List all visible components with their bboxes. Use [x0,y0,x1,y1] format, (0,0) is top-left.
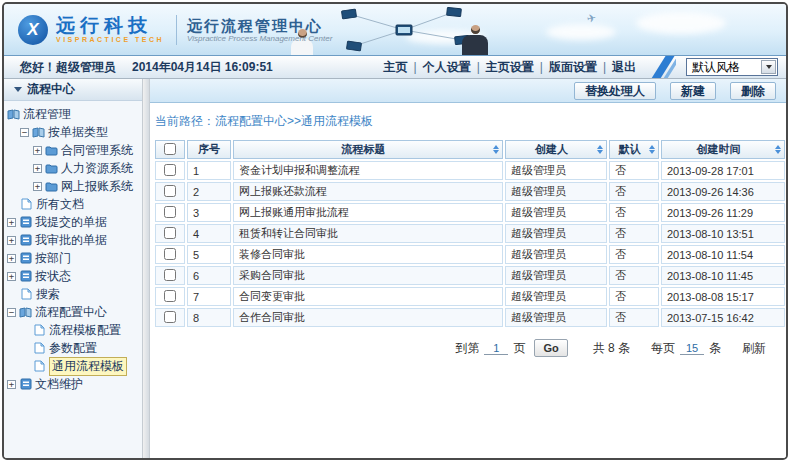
nav-link-2[interactable]: 主页设置 [486,60,534,74]
table-row[interactable]: 2网上报账还款流程超级管理员否2013-09-26 14:36 [155,182,785,201]
table-row[interactable]: 4租赁和转让合同审批超级管理员否2013-08-10 13:51 [155,224,785,243]
sidebar-item-4[interactable]: +网上报账系统 [4,177,142,195]
logo-company-name-en: VISPRACTICE TECH [56,36,164,43]
cell-is_default: 否 [609,224,659,243]
cell-no: 1 [187,161,231,180]
column-header-4[interactable]: 创建时间 [661,140,785,159]
sidebar-item-0[interactable]: 流程管理 [4,105,142,123]
go-button[interactable]: Go [534,339,567,357]
style-select-value: 默认风格 [687,59,761,76]
replace-handler-button[interactable]: 替换处理人 [574,82,656,100]
row-checkbox[interactable] [164,164,176,176]
sidebar-item-5[interactable]: 所有文档 [4,195,142,213]
row-checkbox[interactable] [164,227,176,239]
page-size-input[interactable] [680,342,704,355]
cell-title: 采购合同审批 [233,266,503,285]
table-header-row: 序号流程标题创建人默认创建时间 [155,140,785,159]
row-checkbox[interactable] [164,185,176,197]
cell-creator: 超级管理员 [505,266,607,285]
sidebar-header[interactable]: 流程中心 [4,79,142,101]
logo-company-name: 远行科技 [56,16,164,36]
table-row[interactable]: 5装修合同审批超级管理员否2013-08-10 11:54 [155,245,785,264]
nav-link-1[interactable]: 个人设置 [423,60,471,74]
sidebar-item-15[interactable]: +文档维护 [4,375,142,393]
cell-is_default: 否 [609,308,659,327]
expand-icon[interactable]: + [7,272,16,281]
expand-icon[interactable]: + [33,146,42,155]
column-header-1[interactable]: 流程标题 [233,140,503,159]
swoosh-decoration [650,56,676,79]
new-button[interactable]: 新建 [670,82,716,100]
sidebar-item-label: 通用流程模板 [49,357,127,376]
sort-icon[interactable] [649,145,655,154]
person-illustration [462,25,488,55]
table-row[interactable]: 6采购合同审批超级管理员否2013-08-10 11:45 [155,266,785,285]
collapse-icon[interactable]: − [20,128,29,137]
sidebar-item-label: 流程管理 [23,106,71,123]
sidebar-splitter[interactable] [142,79,150,458]
sidebar-item-label: 我审批的单据 [35,232,107,249]
sidebar-item-12[interactable]: 流程模板配置 [4,321,142,339]
sidebar-item-label: 流程配置中心 [35,304,107,321]
sidebar-item-11[interactable]: −流程配置中心 [4,303,142,321]
cell-is_default: 否 [609,203,659,222]
main-toolbar: 替换处理人新建删除 [150,79,786,103]
expand-icon[interactable]: + [7,218,16,227]
collapse-icon[interactable]: − [7,308,16,317]
app-title-block: 远行流程管理中心 Vispractice Process Management … [187,17,332,43]
row-checkbox[interactable] [164,206,176,218]
sidebar-item-7[interactable]: +我审批的单据 [4,231,142,249]
sort-icon[interactable] [775,145,781,154]
cell-created: 2013-09-26 11:29 [661,203,785,222]
sidebar-item-6[interactable]: +我提交的单据 [4,213,142,231]
goto-suffix: 页 [513,340,525,357]
cell-title: 合作合同审批 [233,308,503,327]
column-header-2[interactable]: 创建人 [505,140,607,159]
breadcrumb: 当前路径：流程配置中心>>通用流程模板 [155,113,768,130]
greeting-text: 您好！超级管理员 [20,59,116,76]
column-header-0[interactable]: 序号 [187,140,231,159]
expand-icon[interactable]: + [33,182,42,191]
row-checkbox[interactable] [164,269,176,281]
row-checkbox[interactable] [164,290,176,302]
refresh-link[interactable]: 刷新 [742,340,766,357]
delete-button[interactable]: 删除 [730,82,776,100]
sidebar-item-3[interactable]: +人力资源系统 [4,159,142,177]
table-row[interactable]: 8合作合同审批超级管理员否2013-07-15 16:42 [155,308,785,327]
page-icon [33,324,46,336]
table-row[interactable]: 7合同变更审批超级管理员否2013-08-08 15:17 [155,287,785,306]
row-checkbox[interactable] [164,311,176,323]
sidebar-item-10[interactable]: 搜索 [4,285,142,303]
sort-icon[interactable] [493,145,499,154]
sidebar-item-8[interactable]: +按部门 [4,249,142,267]
nav-link-3[interactable]: 版面设置 [549,60,597,74]
sidebar-item-label: 我提交的单据 [35,214,107,231]
expand-icon[interactable]: + [33,164,42,173]
nav-link-0[interactable]: 主页 [384,60,408,74]
app-title: 远行流程管理中心 [187,17,332,34]
sidebar-item-13[interactable]: 参数配置 [4,339,142,357]
column-label: 创建时间 [665,142,772,157]
sidebar-item-9[interactable]: +按状态 [4,267,142,285]
nav-link-4[interactable]: 退出 [612,60,636,74]
table-row[interactable]: 1资金计划申报和调整流程超级管理员否2013-09-28 17:01 [155,161,785,180]
sort-icon[interactable] [597,145,603,154]
column-label: 创建人 [509,142,594,157]
table-row[interactable]: 3网上报账通用审批流程超级管理员否2013-09-26 11:29 [155,203,785,222]
expand-icon[interactable]: + [7,236,16,245]
expand-icon[interactable]: + [7,254,16,263]
folder-icon [45,163,58,174]
sidebar-item-1[interactable]: −按单据类型 [4,123,142,141]
expand-icon[interactable]: + [7,380,16,389]
cell-creator: 超级管理员 [505,308,607,327]
sidebar-item-14[interactable]: 通用流程模板 [4,357,142,375]
page-number-input[interactable] [484,342,508,355]
style-select[interactable]: 默认风格 [686,58,778,76]
cell-created: 2013-09-26 14:36 [661,182,785,201]
column-header-3[interactable]: 默认 [609,140,659,159]
row-checkbox[interactable] [164,248,176,260]
dropdown-button[interactable] [761,60,776,74]
sidebar-item-2[interactable]: +合同管理系统 [4,141,142,159]
select-all-checkbox[interactable] [164,143,176,155]
cell-no: 4 [187,224,231,243]
